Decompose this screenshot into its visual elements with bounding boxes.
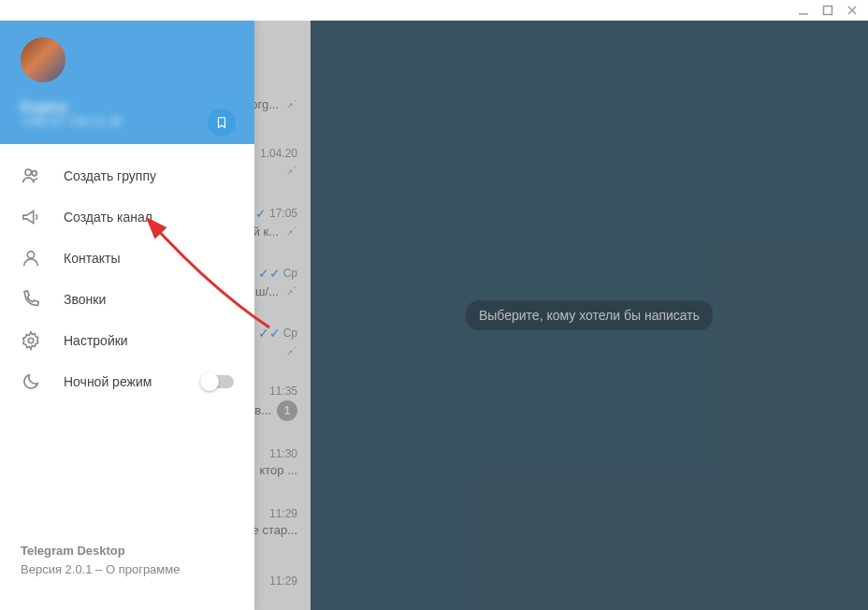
menu-item-night-mode[interactable]: Ночной режим [0, 361, 254, 402]
window-titlebar [0, 0, 868, 21]
svg-point-5 [32, 171, 36, 176]
gear-icon [21, 330, 41, 351]
group-icon [21, 166, 41, 186]
user-name: Eugeny [21, 99, 234, 114]
menu-item-new-channel[interactable]: Создать канал [0, 196, 254, 238]
menu-item-label: Создать канал [64, 210, 152, 225]
side-menu: Eugeny +380 67 744 21 42 Создать группу [0, 21, 254, 610]
megaphone-icon [21, 207, 41, 227]
svg-rect-1 [824, 7, 832, 15]
moon-icon [21, 371, 41, 392]
menu-items: Создать группу Создать канал Контакты [0, 144, 254, 529]
app-version[interactable]: Версия 2.0.1 – О программе [21, 560, 234, 579]
saved-messages-button[interactable] [208, 109, 236, 137]
svg-point-6 [27, 252, 34, 258]
menu-item-label: Звонки [64, 292, 106, 307]
svg-point-7 [28, 338, 34, 343]
bookmark-icon [215, 116, 228, 129]
close-button[interactable] [846, 4, 859, 17]
person-icon [21, 248, 41, 269]
menu-item-contacts[interactable]: Контакты [0, 238, 254, 279]
minimize-button[interactable] [797, 4, 810, 17]
phone-icon [21, 289, 41, 310]
menu-item-label: Контакты [64, 251, 120, 266]
maximize-button[interactable] [821, 4, 834, 17]
svg-point-4 [25, 169, 31, 175]
menu-item-label: Настройки [64, 333, 128, 348]
menu-item-calls[interactable]: Звонки [0, 279, 254, 320]
app-name: Telegram Desktop [21, 542, 234, 560]
menu-item-settings[interactable]: Настройки [0, 320, 254, 361]
user-phone: +380 67 744 21 42 [21, 114, 234, 128]
menu-item-label: Создать группу [64, 168, 156, 183]
night-mode-toggle[interactable] [202, 375, 234, 388]
menu-footer: Telegram Desktop Версия 2.0.1 – О програ… [0, 529, 254, 610]
menu-item-label: Ночной режим [64, 374, 152, 389]
menu-header: Eugeny +380 67 744 21 42 [0, 21, 254, 144]
user-avatar[interactable] [21, 37, 65, 82]
menu-item-new-group[interactable]: Создать группу [0, 155, 254, 196]
